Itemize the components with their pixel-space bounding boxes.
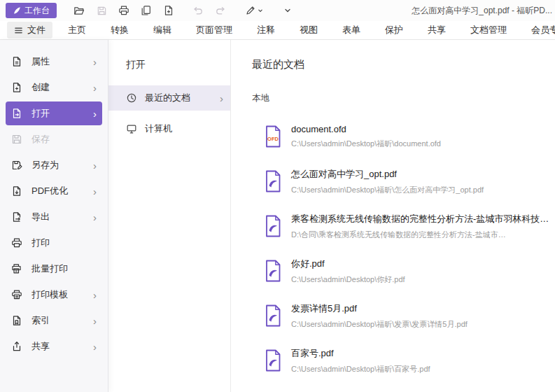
- print-button[interactable]: [113, 2, 135, 19]
- tab-edit[interactable]: 编辑: [153, 24, 171, 36]
- file-menu-item-label: 导出: [31, 211, 50, 223]
- chevron-right-icon: ›: [93, 212, 97, 223]
- recent-documents-title: 最近的文档: [252, 58, 555, 71]
- local-section-label: 本地: [252, 92, 555, 104]
- tab-document-management[interactable]: 文档管理: [470, 24, 507, 36]
- clock-icon: [126, 92, 137, 104]
- file-menu-item-export[interactable]: 导出 ›: [6, 205, 102, 229]
- hamburger-icon: [14, 26, 23, 35]
- menubar: 文件 主页 转换 编辑 页面管理 注释 视图 表单 保护 共享 文档管理 会员专…: [0, 21, 555, 40]
- save-icon: [97, 6, 107, 16]
- file-name: 百家号.pdf: [291, 347, 430, 360]
- file-path: C:\Users\admin\Desktop\福昕\document.ofd: [291, 139, 441, 149]
- pdf-file-icon: [264, 215, 282, 237]
- batch-print-icon: [11, 263, 22, 274]
- tab-comment[interactable]: 注释: [257, 24, 275, 36]
- properties-icon: [11, 56, 22, 67]
- chevron-right-icon: ›: [93, 83, 97, 93]
- file-row[interactable]: OFD document.ofd C:\Users\admin\Desktop\…: [264, 114, 555, 159]
- chevron-right-icon: ›: [220, 93, 223, 104]
- file-row[interactable]: 怎么面对高中学习_opt.pdf C:\Users\admin\Desktop\…: [264, 159, 555, 204]
- file-menu-item-create[interactable]: 创建 ›: [6, 76, 102, 99]
- file-menu-item-label: 打印: [31, 237, 50, 249]
- ribbon-tabs: 主页 转换 编辑 页面管理 注释 视图 表单 保护 共享 文档管理 会员专享: [68, 24, 555, 36]
- file-menu-item-label: 另存为: [31, 159, 59, 172]
- save-button[interactable]: [90, 2, 113, 19]
- recent-documents-item[interactable]: 最近的文档 ›: [108, 85, 230, 111]
- file-name: 发票详情5月.pdf: [291, 302, 468, 315]
- file-row[interactable]: 百家号.pdf C:\Users\admin\Desktop\福昕\百家号.pd…: [264, 338, 555, 383]
- new-document-button[interactable]: [157, 2, 180, 19]
- window-title: 怎么面对高中学习_opt.pdf - 福昕PD...: [407, 0, 552, 21]
- tab-member-exclusive[interactable]: 会员专享: [531, 24, 555, 36]
- file-menu-item-share[interactable]: 共享 ›: [6, 335, 102, 358]
- file-row[interactable]: 稿定素材-806381.pdf: [264, 383, 555, 392]
- file-menu-item-index[interactable]: 索引 ›: [6, 309, 102, 332]
- pdf-file-icon: [264, 260, 282, 282]
- open-file-button[interactable]: [68, 2, 90, 19]
- recent-documents-label: 最近的文档: [145, 92, 190, 104]
- save-icon: [11, 134, 22, 145]
- tab-convert[interactable]: 转换: [111, 24, 129, 36]
- file-menu-item-save[interactable]: 保存: [6, 127, 102, 151]
- file-menu-item-save-as[interactable]: 另存为 ›: [6, 153, 102, 177]
- tab-file[interactable]: 文件: [7, 22, 52, 38]
- file-menu-item-label: 创建: [31, 81, 50, 94]
- tab-form[interactable]: 表单: [342, 24, 360, 36]
- file-row[interactable]: 你好.pdf C:\Users\admin\Desktop\你好.pdf: [264, 248, 555, 293]
- open-panel-title: 打开: [126, 59, 230, 71]
- tab-home[interactable]: 主页: [68, 24, 86, 36]
- file-menu-item-open[interactable]: 打开 ›: [6, 102, 102, 125]
- file-path: C:\Users\admin\Desktop\你好.pdf: [291, 274, 405, 285]
- chevron-right-icon: ›: [93, 108, 97, 119]
- file-menu-panel: 属性 › 创建 › 打开 › 保存 另存为: [0, 40, 108, 392]
- file-row[interactable]: 乘客检测系统无线传输数据的完整性分析方法-盐城市羽林科技… D:\合同\乘客检测…: [264, 204, 555, 248]
- computer-icon: [126, 123, 137, 134]
- chevron-down-icon: [283, 6, 293, 15]
- copy-document-icon: [141, 5, 152, 16]
- chevron-right-icon: ›: [93, 290, 97, 300]
- chevron-right-icon: ›: [93, 160, 97, 171]
- file-tab-label: 文件: [27, 24, 45, 36]
- quick-access-toolbar: [61, 2, 299, 19]
- file-menu-item-print-template[interactable]: 打印模板 ›: [6, 283, 102, 307]
- redo-icon: [215, 5, 226, 16]
- recent-file-list: OFD document.ofd C:\Users\admin\Desktop\…: [264, 114, 555, 392]
- workspace-button[interactable]: 工作台: [6, 3, 57, 18]
- file-menu-item-pdf-optimize[interactable]: PDF优化 ›: [6, 179, 102, 203]
- tab-share[interactable]: 共享: [428, 24, 446, 36]
- redo-button[interactable]: [209, 2, 232, 19]
- file-menu-item-label: 打印模板: [31, 288, 68, 301]
- file-row[interactable]: 发票详情5月.pdf C:\Users\admin\Desktop\福昕\发票\…: [264, 293, 555, 338]
- file-menu-item-properties[interactable]: 属性 ›: [6, 50, 102, 74]
- customize-toolbar-button[interactable]: [276, 2, 299, 19]
- quill-icon: [13, 6, 21, 15]
- pen-tool-button[interactable]: [239, 2, 269, 19]
- tab-view[interactable]: 视图: [300, 24, 318, 36]
- file-menu-item-label: 索引: [31, 314, 50, 327]
- tab-protect[interactable]: 保护: [385, 24, 403, 36]
- file-menu-item-label: PDF优化: [31, 185, 68, 197]
- pdf-optimize-icon: [11, 186, 22, 197]
- computer-label: 计算机: [145, 122, 172, 135]
- foxit-pdf-window: 工作台: [0, 0, 555, 392]
- open-panel: 打开 最近的文档 › 计算机: [108, 40, 231, 392]
- print-template-icon: [11, 289, 22, 300]
- file-menu-item-label: 打开: [31, 107, 50, 120]
- computer-item[interactable]: 计算机: [108, 116, 230, 141]
- undo-icon: [192, 5, 204, 16]
- workspace-label: 工作台: [24, 5, 50, 17]
- file-menu-item-batch-print[interactable]: 批量打印: [6, 257, 102, 281]
- file-menu-item-label: 批量打印: [31, 262, 68, 275]
- undo-button[interactable]: [187, 2, 209, 19]
- copy-document-button[interactable]: [135, 2, 157, 19]
- file-menu-item-print[interactable]: 打印: [6, 231, 102, 255]
- file-path: D:\合同\乘客检测系统无线传输数据的完整性分析方法-盐城市…: [291, 230, 549, 240]
- file-path: C:\Users\admin\Desktop\福昕\百家号.pdf: [291, 364, 430, 374]
- file-name: document.ofd: [291, 124, 441, 134]
- chevron-right-icon: ›: [93, 316, 97, 326]
- tab-page-management[interactable]: 页面管理: [196, 24, 232, 36]
- pdf-file-icon: [264, 304, 282, 327]
- file-menu-item-label: 共享: [31, 340, 50, 353]
- folder-open-icon: [73, 5, 85, 16]
